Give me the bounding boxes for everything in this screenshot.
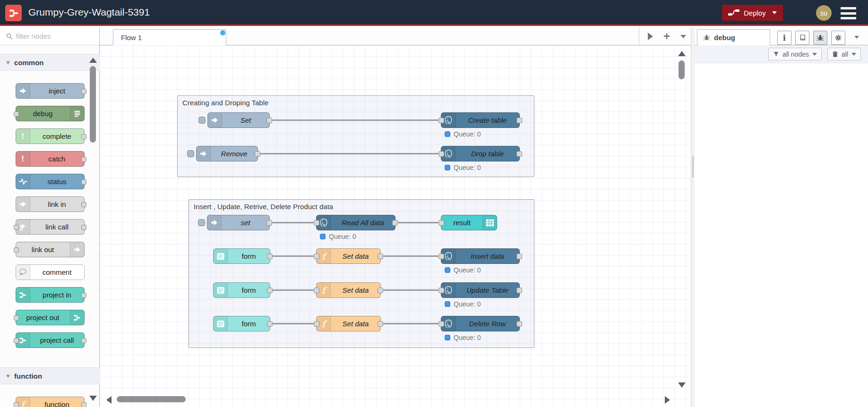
output-port[interactable] — [81, 202, 86, 207]
help-panel-button[interactable] — [795, 31, 809, 45]
palette-node-inject[interactable]: inject — [16, 83, 85, 99]
flow-node-create-table[interactable]: Create table — [441, 112, 520, 128]
add-flow-button[interactable]: + — [663, 32, 670, 41]
output-port[interactable] — [266, 220, 272, 226]
wire[interactable] — [272, 119, 438, 121]
debug-clear-button[interactable]: all — [827, 48, 861, 60]
inject-button[interactable] — [198, 117, 206, 124]
output-port[interactable] — [516, 118, 522, 123]
output-port[interactable] — [81, 225, 86, 230]
flow-node-set[interactable]: Set — [207, 112, 270, 128]
palette-category-common[interactable]: ▾common — [0, 54, 100, 71]
palette-node-link-call[interactable]: link call — [16, 219, 85, 235]
input-port[interactable] — [438, 118, 444, 123]
debug-panel-button[interactable] — [813, 31, 827, 45]
palette-node-debug[interactable]: debug — [16, 106, 85, 121]
output-port[interactable] — [267, 254, 273, 259]
input-port[interactable] — [314, 288, 319, 293]
canvas-scroll-down-icon[interactable] — [678, 382, 686, 388]
canvas-scroll-left-icon[interactable] — [106, 396, 112, 404]
palette-node-status[interactable]: status — [16, 174, 85, 189]
flow-node-set[interactable]: set — [207, 215, 270, 230]
flow-node-delete-row[interactable]: Delete Row — [441, 316, 520, 331]
canvas-scroll-up-icon[interactable] — [678, 51, 686, 56]
input-port[interactable] — [438, 220, 444, 226]
output-port[interactable] — [255, 151, 260, 157]
flow-node-set-data[interactable]: fSet data — [316, 248, 381, 264]
flow-node-read-all-data[interactable]: Read All data — [316, 215, 395, 230]
output-port[interactable] — [267, 321, 273, 327]
canvas-scroll-right-icon[interactable] — [665, 396, 670, 404]
output-port[interactable] — [516, 321, 522, 327]
output-port[interactable] — [81, 89, 86, 94]
flow-node-result[interactable]: result — [441, 215, 497, 230]
wire[interactable] — [260, 153, 438, 154]
palette-node-link-out[interactable]: link out — [16, 242, 85, 257]
flow-canvas[interactable]: Creating and Droping TableInsert , Updat… — [100, 45, 691, 407]
palette-scroll-up-icon[interactable] — [89, 58, 97, 63]
splitter-grip[interactable] — [692, 156, 694, 178]
output-port[interactable] — [81, 179, 86, 185]
input-port[interactable] — [314, 321, 319, 327]
palette-node-catch[interactable]: !catch — [16, 151, 85, 167]
output-port[interactable] — [516, 151, 522, 157]
output-port[interactable] — [516, 288, 522, 293]
input-port[interactable] — [438, 151, 444, 157]
palette-scroll-down-icon[interactable] — [89, 396, 97, 401]
palette-node-project-in[interactable]: project in — [16, 287, 85, 303]
input-port[interactable] — [438, 254, 444, 259]
output-port[interactable] — [267, 288, 273, 293]
palette-node-project-out[interactable]: project out — [16, 310, 85, 325]
output-port[interactable] — [266, 118, 272, 123]
output-port[interactable] — [81, 157, 86, 162]
palette-node-link-in[interactable]: link in — [16, 196, 85, 212]
palette-node-project-call[interactable]: project call — [16, 332, 85, 348]
input-port[interactable] — [14, 402, 19, 407]
flow-node-set-data[interactable]: fSet data — [316, 316, 381, 331]
output-port[interactable] — [378, 288, 383, 293]
output-port[interactable] — [81, 402, 86, 407]
palette-node-comment[interactable]: comment — [16, 264, 85, 280]
input-port[interactable] — [14, 225, 19, 230]
deploy-button[interactable]: Deploy — [722, 5, 783, 21]
palette-filter-input[interactable] — [16, 32, 87, 40]
output-port[interactable] — [392, 220, 398, 226]
input-port[interactable] — [14, 247, 19, 253]
input-port[interactable] — [438, 288, 444, 293]
palette-node-function[interactable]: ffunction — [16, 397, 85, 407]
output-port[interactable] — [81, 293, 86, 298]
inject-button[interactable] — [198, 219, 205, 226]
sidebar-splitter[interactable] — [691, 27, 695, 407]
flow-node-form[interactable]: form — [213, 316, 270, 331]
wire[interactable] — [398, 222, 438, 223]
wire[interactable] — [272, 222, 314, 223]
input-port[interactable] — [314, 220, 319, 226]
wire[interactable] — [383, 323, 438, 324]
output-port[interactable] — [81, 338, 86, 343]
output-port[interactable] — [378, 254, 383, 259]
canvas-hscrollbar-thumb[interactable] — [117, 396, 186, 402]
flow-list-caret-icon[interactable] — [680, 35, 686, 38]
input-port[interactable] — [14, 338, 19, 343]
flow-node-remove[interactable]: Remove — [196, 146, 258, 161]
flow-node-set-data[interactable]: fSet data — [316, 282, 381, 298]
wire[interactable] — [273, 323, 314, 324]
flow-node-drop-table[interactable]: Drop table — [441, 146, 520, 161]
sidebar-menu-caret-icon[interactable] — [854, 36, 859, 39]
next-flow-icon[interactable] — [648, 33, 653, 40]
input-port[interactable] — [438, 321, 444, 327]
flow-node-insert-data[interactable]: Insert data — [441, 248, 520, 264]
user-avatar[interactable]: su — [816, 5, 832, 21]
tab-debug[interactable]: debug — [697, 29, 770, 45]
input-port[interactable] — [314, 254, 319, 259]
wire[interactable] — [273, 255, 314, 257]
canvas-vscrollbar-thumb[interactable] — [679, 60, 685, 79]
input-port[interactable] — [14, 315, 19, 321]
wire[interactable] — [383, 255, 438, 257]
tab-flow-1[interactable]: Flow 1 — [113, 29, 226, 45]
output-port[interactable] — [516, 254, 522, 259]
output-port[interactable] — [81, 134, 86, 139]
input-port[interactable] — [14, 111, 19, 117]
main-menu-icon[interactable] — [841, 7, 856, 19]
flow-node-update-table[interactable]: Update Table — [441, 282, 520, 298]
